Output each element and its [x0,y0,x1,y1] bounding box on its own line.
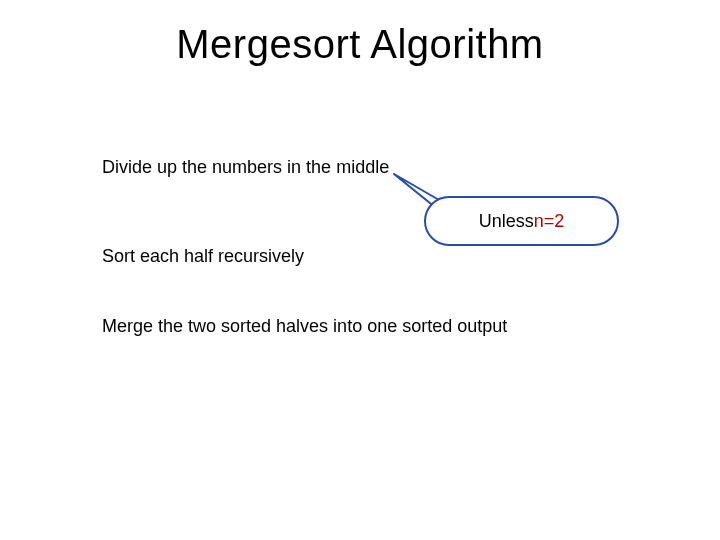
callout-unless: Unless n=2 [424,196,619,246]
callout-text-prefix: Unless [479,211,534,232]
slide-title: Mergesort Algorithm [0,22,720,67]
step-sort: Sort each half recursively [102,246,304,267]
callout-text-highlight: n=2 [534,211,565,232]
step-divide: Divide up the numbers in the middle [102,157,389,178]
slide: Mergesort Algorithm Divide up the number… [0,0,720,540]
step-merge: Merge the two sorted halves into one sor… [102,316,507,337]
callout-body: Unless n=2 [424,196,619,246]
